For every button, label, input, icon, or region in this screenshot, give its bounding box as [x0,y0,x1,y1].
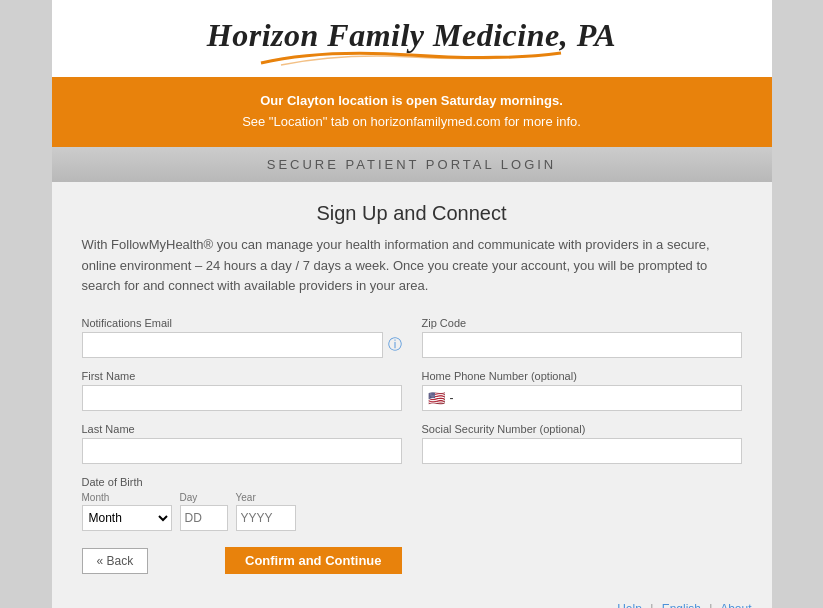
main-content: Sign Up and Connect With FollowMyHealth®… [52,182,772,594]
lastname-label: Last Name [82,423,402,435]
header: Horizon Family Medicine, PA [52,0,772,77]
dob-year-label: Year [236,492,296,503]
dob-month-label: Month [82,492,172,503]
zipcode-input[interactable] [422,332,742,358]
dob-year-input[interactable] [236,505,296,531]
dob-section: Date of Birth Month MonthJanuaryFebruary… [82,476,402,531]
ssn-group: Social Security Number (optional) [422,423,742,464]
ssn-input[interactable] [422,438,742,464]
back-button[interactable]: « Back [82,548,149,574]
zipcode-group: Zip Code [422,317,742,358]
lastname-input[interactable] [82,438,402,464]
dob-month-select[interactable]: MonthJanuaryFebruaryMarchAprilMayJuneJul… [82,505,172,531]
portal-bar: SECURE PATIENT PORTAL LOGIN [52,147,772,182]
email-label: Notifications Email [82,317,402,329]
form-grid: Notifications Email ⓘ First Name Last Na… [82,317,742,574]
email-group: Notifications Email ⓘ [82,317,402,358]
signup-title: Sign Up and Connect [82,202,742,225]
dob-label: Date of Birth [82,476,402,488]
orange-banner: Our Clayton location is open Saturday mo… [52,77,772,147]
email-row: ⓘ [82,332,402,358]
homephone-group: Home Phone Number (optional) 🇺🇸 - [422,370,742,411]
us-flag-icon: 🇺🇸 [428,390,445,406]
form-left-col: Notifications Email ⓘ First Name Last Na… [82,317,402,574]
dob-day-input[interactable] [180,505,228,531]
firstname-input[interactable] [82,385,402,411]
signup-description: With FollowMyHealth® you can manage your… [82,235,742,297]
email-input[interactable] [82,332,383,358]
firstname-label: First Name [82,370,402,382]
confirm-button[interactable]: Confirm and Continue [225,547,402,574]
help-link[interactable]: Help [617,602,642,608]
homephone-label: Home Phone Number (optional) [422,370,742,382]
separator-2: | [709,602,712,608]
dob-year-group: Year [236,492,296,531]
english-link[interactable]: English [662,602,701,608]
dob-subrow: Month MonthJanuaryFebruaryMarchAprilMayJ… [82,492,402,531]
ssn-label: Social Security Number (optional) [422,423,742,435]
firstname-group: First Name [82,370,402,411]
portal-bar-text: SECURE PATIENT PORTAL LOGIN [267,157,557,172]
about-link[interactable]: About [720,602,751,608]
phone-input[interactable] [456,386,741,410]
logo-text: Horizon Family Medicine, PA [207,18,616,53]
dob-day-group: Day [180,492,228,531]
lastname-group: Last Name [82,423,402,464]
separator-1: | [650,602,653,608]
zipcode-label: Zip Code [422,317,742,329]
form-right-col: Zip Code Home Phone Number (optional) 🇺🇸… [422,317,742,574]
dob-month-group: Month MonthJanuaryFebruaryMarchAprilMayJ… [82,492,172,531]
dob-day-label: Day [180,492,228,503]
logo-area: Horizon Family Medicine, PA [207,18,616,67]
footer: Help | English | About [52,594,772,608]
page-wrapper: Horizon Family Medicine, PA Our Clayton … [0,0,823,608]
logo-swoosh [241,49,581,67]
banner-text: Our Clayton location is open Saturday mo… [72,91,752,133]
info-icon[interactable]: ⓘ [388,336,402,354]
phone-row: 🇺🇸 - [422,385,742,411]
flag-box: 🇺🇸 [423,390,450,406]
button-row: « Back Confirm and Continue [82,547,402,574]
